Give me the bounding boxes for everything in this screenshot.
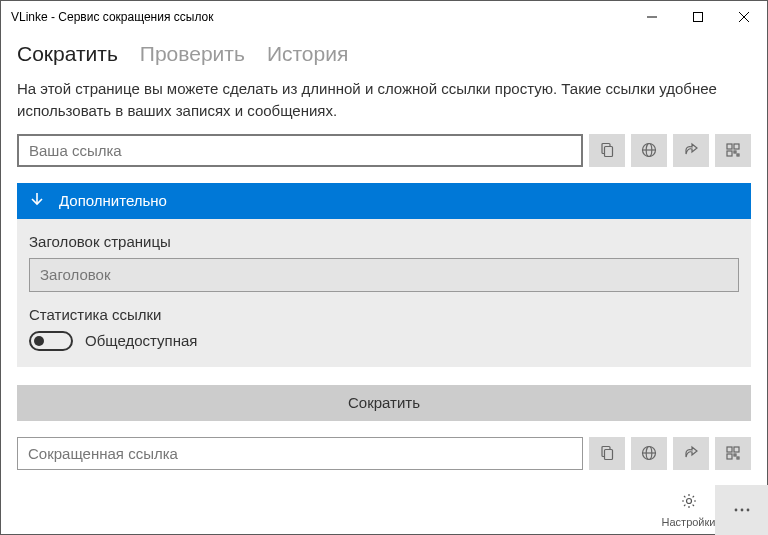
close-button[interactable] (721, 1, 767, 32)
tab-check[interactable]: Проверить (140, 42, 245, 66)
result-share-button[interactable] (673, 437, 709, 470)
svg-rect-22 (727, 454, 732, 459)
accordion-header[interactable]: Дополнительно (17, 183, 751, 219)
globe-button[interactable] (631, 134, 667, 167)
arrow-down-icon (29, 191, 45, 210)
qr-button[interactable] (715, 134, 751, 167)
svg-rect-11 (727, 151, 732, 156)
svg-rect-10 (734, 144, 739, 149)
more-icon (733, 508, 751, 512)
url-input-row (1, 134, 767, 167)
settings-button[interactable]: Настройки (662, 485, 715, 535)
shorten-button[interactable]: Сократить (17, 385, 751, 421)
tab-history[interactable]: История (267, 42, 348, 66)
svg-rect-20 (727, 447, 732, 452)
result-globe-button[interactable] (631, 437, 667, 470)
svg-point-25 (686, 499, 691, 504)
footer: Настройки (662, 485, 768, 535)
svg-rect-9 (727, 144, 732, 149)
public-toggle[interactable] (29, 331, 73, 351)
svg-rect-12 (734, 151, 736, 153)
tab-bar: Сократить Проверить История (1, 32, 767, 74)
svg-point-27 (740, 509, 743, 512)
page-title-label: Заголовок страницы (29, 233, 739, 250)
settings-label: Настройки (662, 516, 716, 528)
toggle-row: Общедоступная (29, 331, 739, 351)
svg-point-28 (746, 509, 749, 512)
toggle-label: Общедоступная (85, 332, 197, 349)
maximize-button[interactable] (675, 1, 721, 32)
svg-rect-21 (734, 447, 739, 452)
svg-point-26 (734, 509, 737, 512)
page-description: На этой странице вы можете сделать из дл… (1, 74, 767, 134)
svg-rect-24 (737, 457, 739, 459)
minimize-button[interactable] (629, 1, 675, 32)
result-row (1, 437, 767, 470)
window-title: VLinke - Сервис сокращения ссылок (11, 10, 629, 24)
share-button[interactable] (673, 134, 709, 167)
more-button[interactable] (715, 485, 768, 535)
result-copy-button[interactable] (589, 437, 625, 470)
svg-rect-13 (737, 154, 739, 156)
svg-rect-23 (734, 454, 736, 456)
result-input[interactable] (17, 437, 583, 470)
titlebar: VLinke - Сервис сокращения ссылок (1, 1, 767, 32)
tab-shorten[interactable]: Сократить (17, 42, 118, 66)
gear-icon (680, 492, 698, 514)
accordion-body: Заголовок страницы Статистика ссылки Общ… (17, 219, 751, 367)
svg-rect-16 (605, 450, 613, 460)
copy-button[interactable] (589, 134, 625, 167)
page-title-input[interactable] (29, 258, 739, 292)
url-input[interactable] (17, 134, 583, 167)
result-qr-button[interactable] (715, 437, 751, 470)
accordion-title: Дополнительно (59, 192, 167, 209)
svg-rect-5 (605, 147, 613, 157)
stats-label: Статистика ссылки (29, 306, 739, 323)
svg-rect-1 (694, 12, 703, 21)
advanced-accordion: Дополнительно Заголовок страницы Статист… (17, 183, 751, 367)
